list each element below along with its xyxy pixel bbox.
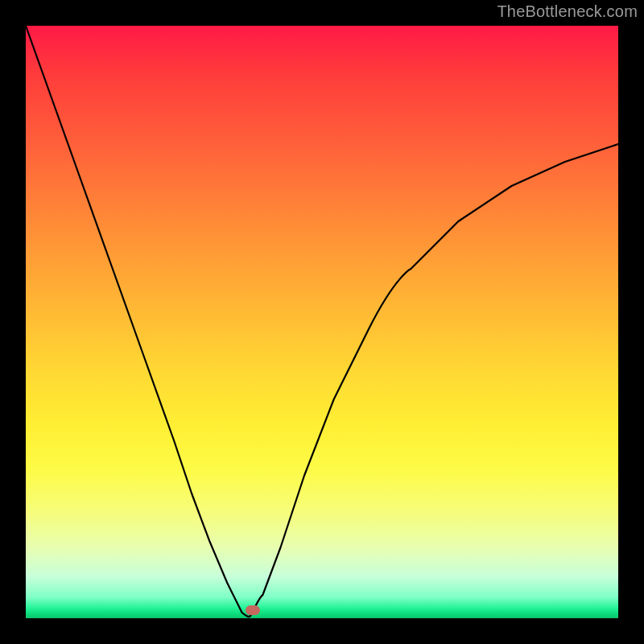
watermark-label: TheBottleneck.com — [497, 2, 638, 21]
minimum-marker — [246, 605, 260, 615]
curve-svg — [26, 26, 618, 618]
plot-area — [26, 26, 618, 618]
chart-stage: TheBottleneck.com — [0, 0, 644, 644]
bottleneck-curve-path — [26, 26, 618, 617]
